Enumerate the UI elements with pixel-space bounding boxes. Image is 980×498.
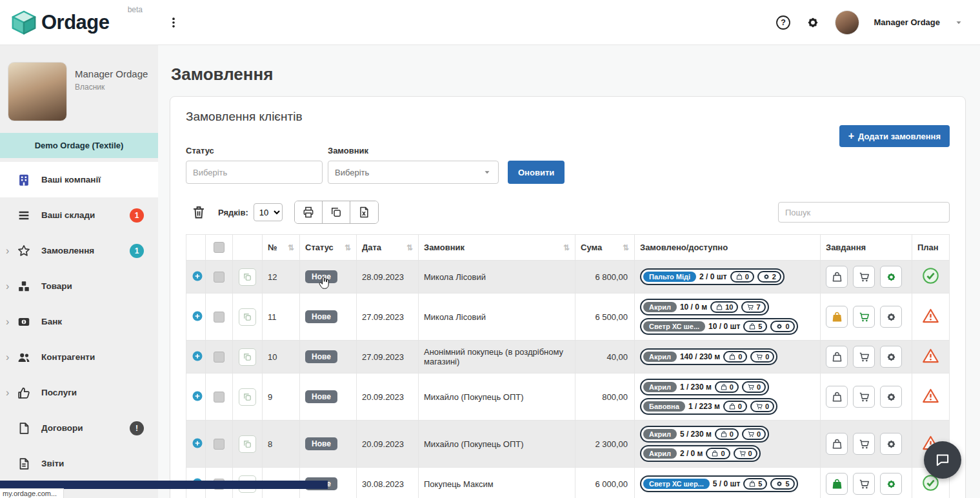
help-icon[interactable]: ? <box>775 15 791 30</box>
sort-icon[interactable]: ⇅ <box>345 243 351 252</box>
rows-per-page-select[interactable]: 10 <box>254 203 283 221</box>
status-badge[interactable]: Нове <box>305 350 337 363</box>
task-gear-button[interactable] <box>880 433 902 455</box>
task-cart-button[interactable] <box>853 266 875 288</box>
product-name: Светр ХС шер... <box>643 479 710 489</box>
task-gear-button[interactable] <box>880 473 902 495</box>
duplicate-order-button[interactable] <box>239 268 256 286</box>
sidebar-item-8[interactable]: Звіти <box>0 446 158 481</box>
search-input[interactable] <box>778 202 950 223</box>
product-pill[interactable]: Акрил5 / 230 м00 <box>640 426 769 443</box>
sidebar-item-6[interactable]: ›Послуги <box>0 375 158 410</box>
status-filter-input[interactable] <box>186 161 323 184</box>
chevron-down-icon[interactable] <box>954 18 963 27</box>
product-pill[interactable]: Пальто Міді2 / 0 шт02 <box>640 268 785 285</box>
task-bag-button[interactable] <box>826 306 848 328</box>
plus-circle-icon[interactable] <box>192 437 203 449</box>
status-badge[interactable]: Нове <box>305 310 337 323</box>
task-cart-button[interactable] <box>853 473 875 495</box>
duplicate-order-button[interactable] <box>239 435 256 453</box>
copy-table-button[interactable] <box>323 201 350 223</box>
task-gear-button[interactable] <box>880 346 902 368</box>
sidebar-item-5[interactable]: ›Контрагенти <box>0 339 158 375</box>
row-checkbox[interactable] <box>214 312 225 323</box>
duplicate-order-button[interactable] <box>239 388 256 406</box>
row-checkbox[interactable] <box>214 352 225 363</box>
col-header-customer[interactable]: Замовник⇅ <box>419 235 575 261</box>
status-badge[interactable]: Нове <box>305 390 337 403</box>
check-circle-icon[interactable] <box>922 267 939 284</box>
product-name: Акрил <box>643 302 677 312</box>
status-badge[interactable]: Нове <box>305 270 337 283</box>
select-all-checkbox[interactable] <box>214 242 225 253</box>
sidebar-item-2[interactable]: ›Замовлення1 <box>0 233 158 268</box>
page-title: Замовлення <box>171 65 966 85</box>
product-pill[interactable]: Светр ХС шер...5 / 0 шт55 <box>640 475 798 492</box>
row-checkbox[interactable] <box>214 392 225 403</box>
task-cart-button[interactable] <box>853 386 875 408</box>
task-gear-button[interactable] <box>880 266 902 288</box>
plus-circle-icon[interactable] <box>192 270 203 282</box>
duplicate-order-button[interactable] <box>239 348 256 366</box>
sort-icon[interactable]: ⇅ <box>563 243 570 252</box>
print-button[interactable] <box>295 201 323 223</box>
sidebar-item-1[interactable]: Ваші склади1 <box>0 197 158 233</box>
col-header-status[interactable]: Статус⇅ <box>300 235 357 261</box>
col-header-expand <box>186 235 206 261</box>
sort-icon[interactable]: ⇅ <box>623 243 629 252</box>
customer-filter-select[interactable]: Виберіть <box>328 161 499 184</box>
warning-icon[interactable] <box>922 347 939 364</box>
add-order-button[interactable]: + Додати замовлення <box>839 125 950 147</box>
plus-circle-icon[interactable] <box>192 390 203 402</box>
sidebar-item-3[interactable]: ›Товари <box>0 268 158 304</box>
row-checkbox[interactable] <box>214 439 225 450</box>
product-pill[interactable]: Акрил1 / 230 м00 <box>640 379 769 395</box>
product-pill[interactable]: Акрил2 / 0 м00 <box>640 445 761 462</box>
sort-icon[interactable]: ⇅ <box>406 243 413 252</box>
product-pill[interactable]: Акрил10 / 0 м107 <box>640 299 769 315</box>
sidebar-item-0[interactable]: Ваші компанії <box>0 162 158 197</box>
product-pill[interactable]: Акрил140 / 230 м00 <box>640 348 777 365</box>
status-badge[interactable]: Нове <box>305 437 337 450</box>
col-header-date[interactable]: Дата⇅ <box>357 235 419 261</box>
duplicate-order-button[interactable] <box>239 308 256 326</box>
sidebar-item-7[interactable]: Договори! <box>0 410 158 446</box>
warning-icon[interactable] <box>922 307 939 324</box>
col-header-sum[interactable]: Сума⇅ <box>575 235 635 261</box>
task-bag-button[interactable] <box>826 386 848 408</box>
support-chat-button[interactable] <box>924 441 961 479</box>
product-pill[interactable]: Бавовна1 / 223 м00 <box>640 398 777 415</box>
warning-icon[interactable] <box>922 387 939 404</box>
sort-icon[interactable]: ⇅ <box>288 243 294 252</box>
task-bag-button[interactable] <box>826 346 848 368</box>
row-checkbox[interactable] <box>214 272 225 283</box>
sidebar-item-4[interactable]: ›Банк <box>0 304 158 339</box>
company-selector[interactable]: Demo Ordage (Textile) <box>0 133 158 158</box>
task-gear-button[interactable] <box>880 386 902 408</box>
task-cart-button[interactable] <box>853 306 875 328</box>
task-bag-button[interactable] <box>826 266 848 288</box>
plus-circle-icon[interactable] <box>192 310 203 322</box>
task-bag-button[interactable] <box>826 433 848 455</box>
refresh-button[interactable]: Оновити <box>508 161 565 184</box>
task-bag-button[interactable] <box>826 473 848 495</box>
logo[interactable]: Ordage beta <box>0 0 158 45</box>
bag-icon <box>748 480 756 488</box>
user-menu-name[interactable]: Manager Ordage <box>874 17 940 27</box>
trash-icon[interactable] <box>191 204 206 221</box>
task-cart-button[interactable] <box>853 433 875 455</box>
plus-circle-icon[interactable] <box>192 350 203 362</box>
copy-cell <box>233 341 263 374</box>
cart-icon <box>755 403 763 410</box>
task-gear-button[interactable] <box>880 306 902 328</box>
product-pill[interactable]: Светр ХС ше...10 / 0 шт50 <box>640 318 798 335</box>
kebab-menu-icon[interactable] <box>167 15 180 30</box>
sidebar-nav: Ваші компаніїВаші склади1›Замовлення1›То… <box>0 162 158 481</box>
tasks-cell <box>821 294 912 341</box>
task-cart-button[interactable] <box>853 346 875 368</box>
user-avatar[interactable] <box>835 10 859 35</box>
excel-export-button[interactable] <box>350 201 378 223</box>
gear-icon <box>885 438 897 450</box>
settings-gear-icon[interactable] <box>805 15 821 30</box>
col-header-num[interactable]: №⇅ <box>263 235 300 261</box>
